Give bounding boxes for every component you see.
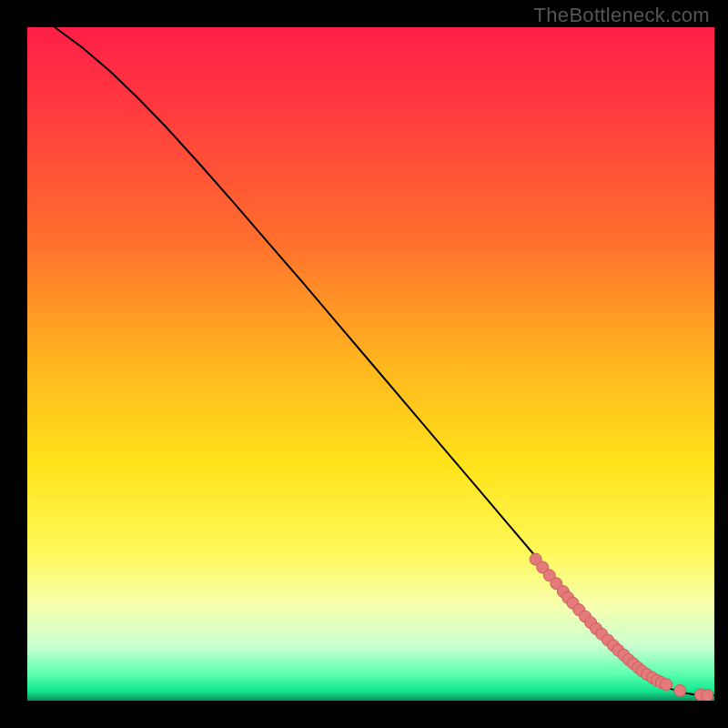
plot-area: [27, 27, 714, 701]
data-point: [674, 684, 686, 696]
chart-overlay: [27, 27, 714, 701]
data-point: [661, 679, 672, 691]
watermark-text: TheBottleneck.com: [534, 4, 710, 27]
data-point: [702, 690, 713, 701]
bottleneck-curve: [55, 27, 714, 695]
data-points-group: [530, 553, 713, 701]
